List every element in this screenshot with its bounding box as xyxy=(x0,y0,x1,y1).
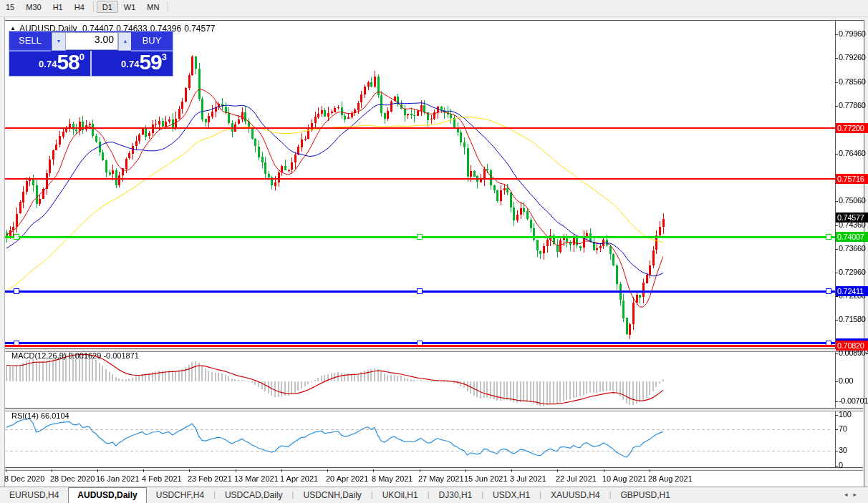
sell-button[interactable]: SELL xyxy=(9,31,51,52)
horizontal-level-line[interactable] xyxy=(5,236,835,238)
rsi-label: RSI(14) 66.0104 xyxy=(11,411,69,420)
symbol-tab-usdcad[interactable]: USDCAD,Daily xyxy=(216,488,292,503)
macd-tick-mark xyxy=(835,381,838,382)
date-tick-mark xyxy=(466,469,466,472)
symbol-tab-gbpusd[interactable]: GBPUSD,H1 xyxy=(612,488,680,503)
date-tick-mark xyxy=(420,469,420,472)
rsi-axis-label: 70 xyxy=(839,424,847,433)
macd-axis-label: -0.007013 xyxy=(839,396,868,405)
symbol-tab-usdx[interactable]: USDX,H1 xyxy=(483,488,539,503)
date-tick-mark xyxy=(236,469,236,472)
date-tick-mark xyxy=(557,469,558,472)
level-price-badge: 0.75716 xyxy=(836,174,868,184)
price-tick-mark xyxy=(835,320,838,321)
level-line-handle[interactable] xyxy=(417,288,423,294)
date-tick-label: 22 Jul 2021 xyxy=(556,474,597,483)
symbol-tab-usdcnh[interactable]: USDCNH,Daily xyxy=(294,488,370,503)
buy-price-pip: 3 xyxy=(162,52,167,62)
timeframe-button-w1[interactable]: W1 xyxy=(118,1,142,13)
date-tick-label: 28 Dec 2020 xyxy=(50,474,95,483)
rsi-dateaxis-splitter[interactable] xyxy=(5,467,863,471)
volume-increase-button[interactable]: ▲ xyxy=(118,32,132,51)
timeframe-button-mn[interactable]: MN xyxy=(141,1,165,13)
buy-price-display[interactable]: 0.74593 xyxy=(92,51,173,76)
horizontal-level-line[interactable] xyxy=(5,127,835,129)
date-tick-label: 8 Dec 2020 xyxy=(4,474,44,483)
level-price-badge: 0.70820 xyxy=(836,341,868,351)
level-line-handle[interactable] xyxy=(14,288,19,294)
level-line-handle[interactable] xyxy=(14,234,19,240)
date-tick-mark xyxy=(373,469,374,472)
symbol-tab-dj30[interactable]: DJ30,H1 xyxy=(430,488,482,503)
date-tick-mark xyxy=(97,469,98,472)
symbol-tab-audusd[interactable]: AUDUSD,Daily xyxy=(68,487,146,503)
price-tick-mark xyxy=(835,273,838,273)
macd-tick-mark xyxy=(835,353,838,354)
date-tick-mark xyxy=(52,469,52,472)
macd-rsi-splitter[interactable] xyxy=(5,408,863,411)
date-tick-mark xyxy=(604,469,604,472)
timeframe-button-15[interactable]: 15 xyxy=(0,1,20,13)
horizontal-level-line[interactable] xyxy=(5,345,835,347)
toolbar-separator xyxy=(93,1,94,12)
buy-price-prefix: 0.74 xyxy=(121,59,139,69)
sell-price-display[interactable]: 0.74580 xyxy=(9,51,92,76)
rsi-axis-label: 100 xyxy=(839,410,851,419)
date-tick-label: 10 Aug 2021 xyxy=(602,474,647,483)
macd-tick-mark xyxy=(835,401,838,402)
symbol-tab-bar: EURUSD,H4AUDUSD,DailyUSDCHF,H4|USDCAD,Da… xyxy=(0,487,868,503)
date-tick-label: 20 Apr 2021 xyxy=(326,474,368,483)
price-tick-label: 0.78560 xyxy=(839,77,866,86)
volume-input[interactable]: 3.00 xyxy=(65,32,118,50)
timeframe-button-m30[interactable]: M30 xyxy=(20,1,47,13)
timeframe-button-h4[interactable]: H4 xyxy=(69,1,90,13)
date-tick-mark xyxy=(650,469,650,472)
date-tick-label: 23 Feb 2021 xyxy=(188,474,232,483)
ohlc-close: 0.74577 xyxy=(184,24,215,34)
price-tick-mark xyxy=(835,225,838,226)
symbol-tab-xauusd[interactable]: XAUUSD,H4 xyxy=(541,488,609,503)
tabs-scroll-right-icon[interactable]: ▸ xyxy=(853,491,862,498)
symbol-tab-ukoil[interactable]: UKOil,H1 xyxy=(373,488,428,503)
date-tick-label: 8 May 2021 xyxy=(372,474,413,483)
price-tick-label: 0.75060 xyxy=(839,196,866,205)
price-tick-label: 0.73660 xyxy=(839,244,866,253)
sell-price-big: 58 xyxy=(57,51,79,74)
toolbar-separator xyxy=(168,1,168,12)
timeframe-button-h1[interactable]: H1 xyxy=(47,1,69,13)
rsi-tick-mark xyxy=(835,429,838,430)
level-line-handle[interactable] xyxy=(826,234,831,240)
date-tick-label: 13 Mar 2021 xyxy=(234,474,279,483)
date-tick-label: 3 Jul 2021 xyxy=(510,474,546,483)
level-price-badge: 0.74007 xyxy=(836,232,868,242)
buy-button[interactable]: BUY xyxy=(131,31,173,52)
price-tick-mark xyxy=(835,201,838,202)
price-tick-label: 0.72960 xyxy=(839,268,866,276)
one-click-trade-panel: SELL ▼ 3.00 ▲ BUY 0.74580 0.74593 xyxy=(9,31,173,77)
date-tick-label: 28 Aug 2021 xyxy=(648,474,693,483)
date-tick-mark xyxy=(189,469,190,472)
rsi-axis-label: 30 xyxy=(839,446,847,454)
price-tick-mark xyxy=(835,106,838,107)
macd-axis-label: 0.00 xyxy=(839,376,853,385)
price-tick-mark xyxy=(835,154,838,155)
timeframe-button-d1[interactable]: D1 xyxy=(97,1,118,13)
volume-decrease-button[interactable]: ▼ xyxy=(52,32,66,51)
price-tick-mark xyxy=(835,82,838,83)
tabs-scroll-left-icon[interactable]: ◂ xyxy=(844,491,854,498)
date-tick-label: 27 May 2021 xyxy=(418,474,464,483)
bid-price-badge: 0.74577 xyxy=(836,213,868,223)
level-line-handle[interactable] xyxy=(826,288,831,294)
symbol-tab-usdchf[interactable]: USDCHF,H4 xyxy=(147,488,213,503)
price-tick-label: 0.71580 xyxy=(839,315,866,323)
date-tick-mark xyxy=(143,469,144,472)
date-tick-mark xyxy=(327,469,328,472)
horizontal-level-line[interactable] xyxy=(5,290,835,293)
rsi-tick-mark xyxy=(835,415,838,416)
symbol-tab-eurusd[interactable]: EURUSD,H4 xyxy=(0,488,68,503)
level-line-handle[interactable] xyxy=(417,234,423,240)
horizontal-level-line[interactable] xyxy=(5,178,835,180)
date-tick-mark xyxy=(511,469,512,472)
level-price-badge: 0.72411 xyxy=(836,286,868,296)
rsi-axis-label: 0 xyxy=(839,461,843,469)
